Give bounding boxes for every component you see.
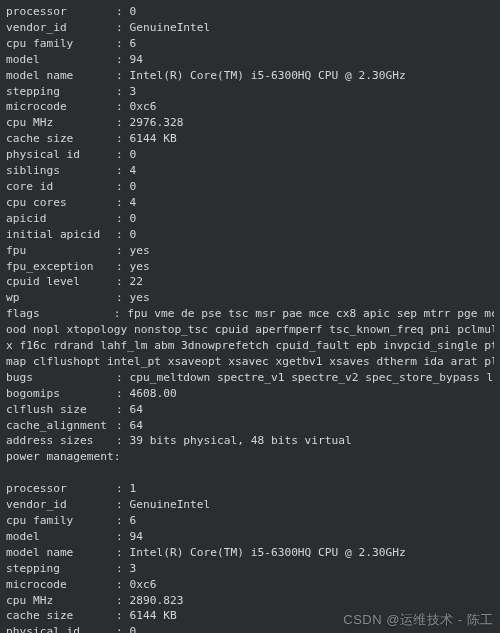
cpuinfo-row: model: 94 bbox=[6, 52, 494, 68]
cpuinfo-row: fpu: yes bbox=[6, 243, 494, 259]
cpuinfo-row: power management: bbox=[6, 449, 494, 465]
field-label: cache_alignment bbox=[6, 418, 116, 434]
field-label: stepping bbox=[6, 84, 116, 100]
field-label: power management: bbox=[6, 450, 121, 463]
field-value: 94 bbox=[129, 530, 142, 543]
cpuinfo-row: apicid: 0 bbox=[6, 211, 494, 227]
field-label: cpu MHz bbox=[6, 115, 116, 131]
cpuinfo-flags: map clflushopt intel_pt xsaveopt xsavec … bbox=[6, 354, 494, 370]
cpuinfo-row: model name: Intel(R) Core(TM) i5-6300HQ … bbox=[6, 68, 494, 84]
field-value: 1 bbox=[129, 482, 136, 495]
field-label: siblings bbox=[6, 163, 116, 179]
cpuinfo-row: address sizes: 39 bits physical, 48 bits… bbox=[6, 433, 494, 449]
field-label: apicid bbox=[6, 211, 116, 227]
field-label: model bbox=[6, 529, 116, 545]
field-label: bugs bbox=[6, 370, 116, 386]
cpuinfo-row: cpu MHz: 2890.823 bbox=[6, 593, 494, 609]
field-value: 2976.328 bbox=[129, 116, 183, 129]
field-value: 64 bbox=[129, 403, 142, 416]
cpuinfo-row: initial apicid: 0 bbox=[6, 227, 494, 243]
field-value: 0 bbox=[129, 5, 136, 18]
field-value: 3 bbox=[129, 85, 136, 98]
field-label: processor bbox=[6, 481, 116, 497]
field-value: 22 bbox=[129, 275, 142, 288]
watermark-text: CSDN @运维技术 - 陈工 bbox=[343, 611, 494, 629]
cpuinfo-row: model name: Intel(R) Core(TM) i5-6300HQ … bbox=[6, 545, 494, 561]
field-label: processor bbox=[6, 4, 116, 20]
cpuinfo-row: stepping: 3 bbox=[6, 561, 494, 577]
field-label: model name bbox=[6, 545, 116, 561]
cpuinfo-row: wp: yes bbox=[6, 290, 494, 306]
cpuinfo-row: microcode: 0xc6 bbox=[6, 99, 494, 115]
field-value: 94 bbox=[129, 53, 142, 66]
field-label: physical id bbox=[6, 147, 116, 163]
cpuinfo-row: fpu_exception: yes bbox=[6, 259, 494, 275]
field-value: 0xc6 bbox=[129, 100, 156, 113]
cpuinfo-row: cache size: 6144 KB bbox=[6, 131, 494, 147]
field-value: 64 bbox=[129, 419, 142, 432]
field-value: yes bbox=[129, 244, 149, 257]
field-label: vendor_id bbox=[6, 497, 116, 513]
field-value: 6144 KB bbox=[129, 132, 176, 145]
field-value: 6 bbox=[129, 37, 136, 50]
field-value: 0 bbox=[129, 180, 136, 193]
field-value: 39 bits physical, 48 bits virtual bbox=[129, 434, 351, 447]
field-value: 0 bbox=[129, 148, 136, 161]
field-label: clflush size bbox=[6, 402, 116, 418]
field-label: cpu MHz bbox=[6, 593, 116, 609]
field-value: 4 bbox=[129, 196, 136, 209]
field-label: cpu family bbox=[6, 513, 116, 529]
cpuinfo-row: processor: 0 bbox=[6, 4, 494, 20]
field-label: stepping bbox=[6, 561, 116, 577]
field-label: cpuid level bbox=[6, 274, 116, 290]
cpuinfo-row: vendor_id: GenuineIntel bbox=[6, 497, 494, 513]
field-value: 2890.823 bbox=[129, 594, 183, 607]
field-value: 0 bbox=[129, 212, 136, 225]
field-label: initial apicid bbox=[6, 227, 116, 243]
cpuinfo-flags: flags : fpu vme de pse tsc msr pae mce c… bbox=[6, 306, 494, 322]
field-label: fpu_exception bbox=[6, 259, 116, 275]
cpuinfo-row: model: 94 bbox=[6, 529, 494, 545]
field-value: 6 bbox=[129, 514, 136, 527]
cpuinfo-row: vendor_id: GenuineIntel bbox=[6, 20, 494, 36]
field-value: 4608.00 bbox=[129, 387, 176, 400]
cpuinfo-row: physical id: 0 bbox=[6, 147, 494, 163]
field-value: Intel(R) Core(TM) i5-6300HQ CPU @ 2.30GH… bbox=[129, 546, 405, 559]
field-value: yes bbox=[129, 260, 149, 273]
cpuinfo-row: microcode: 0xc6 bbox=[6, 577, 494, 593]
cpuinfo-row: bugs: cpu_meltdown spectre_v1 spectre_v2… bbox=[6, 370, 494, 386]
field-value: yes bbox=[129, 291, 149, 304]
field-value: 6144 KB bbox=[129, 609, 176, 622]
field-label: model bbox=[6, 52, 116, 68]
terminal-output: processor: 0 vendor_id: GenuineIntel cpu… bbox=[6, 4, 494, 633]
cpuinfo-row: processor: 1 bbox=[6, 481, 494, 497]
field-value: 4 bbox=[129, 164, 136, 177]
cpuinfo-flags: x f16c rdrand lahf_lm abm 3dnowprefetch … bbox=[6, 338, 494, 354]
field-value: GenuineIntel bbox=[129, 21, 210, 34]
cpuinfo-flags: ood nopl xtopology nonstop_tsc cpuid ape… bbox=[6, 322, 494, 338]
field-label: cache size bbox=[6, 608, 116, 624]
field-label: model name bbox=[6, 68, 116, 84]
cpuinfo-row: bogomips: 4608.00 bbox=[6, 386, 494, 402]
cpuinfo-row: clflush size: 64 bbox=[6, 402, 494, 418]
field-label: microcode bbox=[6, 99, 116, 115]
field-label: cpu family bbox=[6, 36, 116, 52]
cpuinfo-row: cpu family: 6 bbox=[6, 513, 494, 529]
field-value: GenuineIntel bbox=[129, 498, 210, 511]
cpuinfo-row: cpuid level: 22 bbox=[6, 274, 494, 290]
field-label: wp bbox=[6, 290, 116, 306]
field-value: cpu_meltdown spectre_v1 spectre_v2 spec_… bbox=[129, 371, 494, 384]
field-label: physical id bbox=[6, 624, 116, 633]
cpuinfo-row: cpu cores: 4 bbox=[6, 195, 494, 211]
field-label: core id bbox=[6, 179, 116, 195]
field-label: address sizes bbox=[6, 433, 116, 449]
field-label: microcode bbox=[6, 577, 116, 593]
field-label: vendor_id bbox=[6, 20, 116, 36]
field-label: cpu cores bbox=[6, 195, 116, 211]
field-value: 3 bbox=[129, 562, 136, 575]
field-value: Intel(R) Core(TM) i5-6300HQ CPU @ 2.30GH… bbox=[129, 69, 405, 82]
cpuinfo-row: cpu MHz: 2976.328 bbox=[6, 115, 494, 131]
field-value: 0 bbox=[129, 228, 136, 241]
cpuinfo-row: stepping: 3 bbox=[6, 84, 494, 100]
field-label: cache size bbox=[6, 131, 116, 147]
